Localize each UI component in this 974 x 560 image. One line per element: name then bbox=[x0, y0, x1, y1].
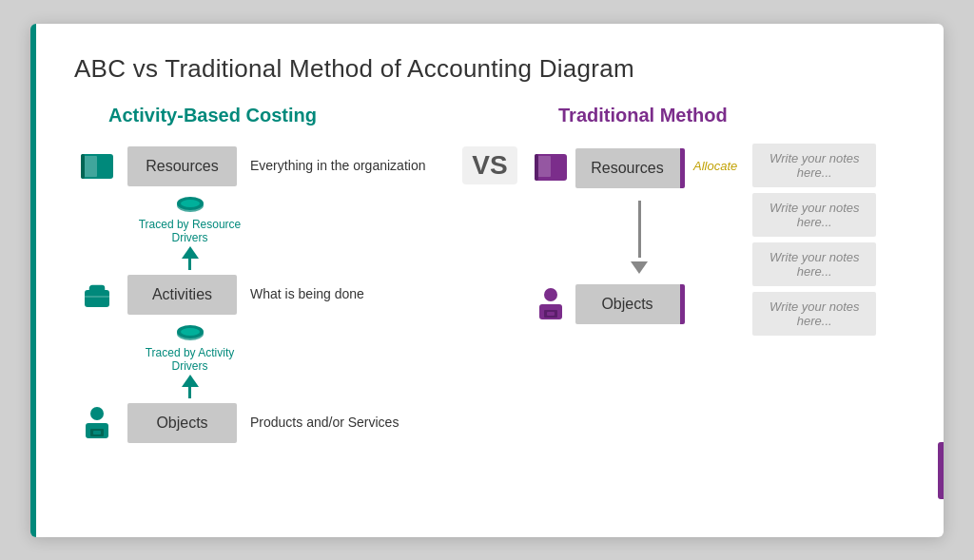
svg-rect-19 bbox=[535, 154, 538, 181]
abc-desc-resources: Everything in the organization bbox=[250, 157, 456, 175]
coin-icon-1 bbox=[173, 193, 207, 218]
svg-rect-2 bbox=[81, 154, 85, 179]
note-4: Write your notes here... bbox=[752, 292, 876, 336]
person-box-icon bbox=[74, 400, 120, 446]
traced-resource-connector: Traced by Resource Drivers bbox=[127, 193, 252, 270]
book-icon bbox=[74, 144, 120, 189]
abc-row-objects: Objects Products and/or Services bbox=[74, 400, 456, 446]
abc-heading: Activity-Based Costing bbox=[108, 105, 317, 126]
trad-row-resources: Resources bbox=[526, 144, 685, 193]
svg-rect-16 bbox=[93, 431, 101, 434]
slide: ABC vs Traditional Method of Accounting … bbox=[30, 24, 944, 537]
abc-box-activities: Activities bbox=[127, 275, 237, 315]
coin-icon-2 bbox=[173, 321, 207, 346]
svg-rect-23 bbox=[547, 312, 555, 316]
arrow-up-activity bbox=[182, 375, 199, 387]
vs-section: VS bbox=[456, 105, 524, 450]
note-1: Write your notes here... bbox=[752, 144, 876, 187]
svg-point-20 bbox=[544, 288, 557, 301]
slide-title: ABC vs Traditional Method of Accounting … bbox=[74, 54, 906, 84]
svg-rect-8 bbox=[90, 286, 104, 291]
trad-main: Resources bbox=[524, 144, 906, 337]
abc-box-objects: Objects bbox=[127, 403, 237, 443]
trad-arrow-down bbox=[631, 197, 648, 274]
arrow-line-activity bbox=[188, 387, 191, 398]
trad-person-box-icon bbox=[526, 280, 575, 329]
svg-point-13 bbox=[90, 407, 104, 420]
trad-left-col: Resources bbox=[524, 144, 686, 337]
arrow-line-resource bbox=[188, 259, 191, 270]
notes-col: Write your notes here... Write your note… bbox=[752, 144, 876, 337]
arrow-up-resource bbox=[182, 246, 199, 259]
allocate-label: Allocate bbox=[693, 159, 737, 173]
trad-box-resources: Resources bbox=[575, 148, 685, 188]
abc-box-resources: Resources bbox=[127, 146, 237, 186]
trad-box-objects: Objects bbox=[575, 284, 685, 324]
abc-side: Activity-Based Costing Resources Everyth… bbox=[74, 105, 456, 450]
abc-desc-activities: What is being done bbox=[250, 285, 456, 303]
svg-rect-1 bbox=[84, 156, 97, 177]
note-2: Write your notes here... bbox=[752, 193, 876, 237]
abc-rows: Resources Everything in the organization… bbox=[74, 144, 456, 450]
abc-row-activities: Activities What is being done bbox=[74, 272, 456, 318]
abc-row-resources: Resources Everything in the organization bbox=[74, 144, 456, 189]
trad-arrow-head bbox=[631, 261, 648, 274]
trad-row-objects: Objects bbox=[526, 280, 685, 329]
note-3: Write your notes here... bbox=[752, 242, 876, 286]
briefcase-icon bbox=[74, 272, 120, 318]
traced-resource-label: Traced by Resource Drivers bbox=[127, 218, 252, 244]
right-accent-bar bbox=[938, 442, 944, 499]
trad-arrow-line bbox=[638, 201, 641, 258]
svg-point-5 bbox=[181, 200, 200, 207]
vs-text: VS bbox=[462, 146, 516, 184]
abc-desc-objects: Products and/or Services bbox=[250, 414, 456, 432]
svg-rect-9 bbox=[85, 296, 109, 298]
trad-heading: Traditional Method bbox=[558, 105, 728, 126]
svg-rect-18 bbox=[537, 156, 551, 177]
traced-activity-label: Traced by Activity Drivers bbox=[127, 346, 252, 373]
trad-allocate-section: Allocate bbox=[693, 144, 737, 337]
traced-activity-connector: Traced by Activity Drivers bbox=[127, 321, 252, 398]
trad-book-icon bbox=[526, 144, 575, 193]
svg-point-12 bbox=[181, 328, 200, 336]
diagram-area: Activity-Based Costing Resources Everyth… bbox=[74, 105, 906, 450]
trad-side: Traditional Method Resources bbox=[524, 105, 906, 450]
